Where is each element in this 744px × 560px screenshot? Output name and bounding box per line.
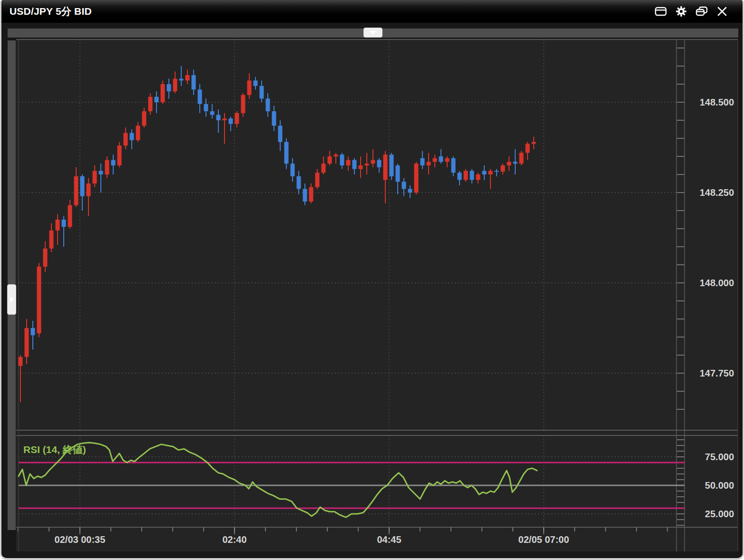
candle xyxy=(117,142,122,167)
time-axis-label: 02/05 07:00 xyxy=(519,534,569,545)
candle xyxy=(390,153,394,180)
time-axis-label: 04:45 xyxy=(377,534,401,545)
chart-window: USD/JPY 5分 BID xyxy=(0,0,744,560)
rsi-axis-label: 75.000 xyxy=(705,452,734,462)
candle xyxy=(37,263,41,337)
rsi-indicator-label: RSI (14, 終値) xyxy=(23,443,86,456)
rsi-axis-label: 25.000 xyxy=(705,509,734,519)
time-axis-label: 02:40 xyxy=(222,534,246,545)
price-axis-label: 147.750 xyxy=(700,368,734,378)
rsi-axis-label: 50.000 xyxy=(705,480,734,491)
time-axis-label: 02/03 00:35 xyxy=(55,534,106,545)
price-axis-label: 148.500 xyxy=(700,97,734,107)
candle xyxy=(414,162,419,194)
chart-canvas[interactable]: 148.500148.250148.000147.75075.00050.000… xyxy=(1,0,744,560)
candle xyxy=(464,169,468,182)
chart-region-background xyxy=(16,39,738,551)
price-axis-label: 148.000 xyxy=(700,278,734,288)
price-axis-label: 148.250 xyxy=(700,187,734,198)
candle xyxy=(519,151,524,165)
